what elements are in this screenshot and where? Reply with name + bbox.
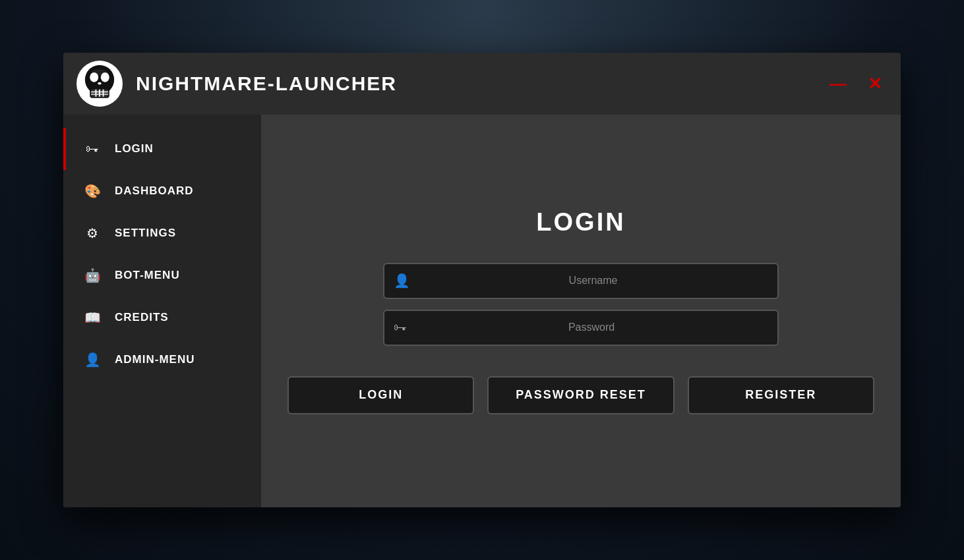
- app-title: NIGHTMARE-LAUNCHER: [136, 72, 397, 95]
- robot-icon: 🤖: [83, 266, 102, 285]
- user-icon: 👤: [83, 350, 102, 369]
- register-button[interactable]: REGISTER: [688, 376, 874, 414]
- app-logo: [76, 61, 123, 107]
- nav-label-settings: SETTINGS: [115, 227, 176, 240]
- window-controls: — ✕: [824, 72, 888, 95]
- nav-label-login: LOGIN: [115, 142, 154, 155]
- main-window: NIGHTMARE-LAUNCHER — ✕ 🗝 LOGIN 🎨 DASHBOA…: [63, 53, 901, 507]
- titlebar: NIGHTMARE-LAUNCHER — ✕: [63, 53, 901, 115]
- user-input-icon: 👤: [394, 273, 410, 289]
- sidebar-item-credits[interactable]: 📖 CREDITS: [63, 296, 261, 339]
- sidebar-item-settings[interactable]: ⚙ SETTINGS: [63, 212, 261, 254]
- username-field-group: 👤: [383, 263, 779, 299]
- content-panel: LOGIN 👤 🗝 LOGIN PASSWORD RESET REGISTER: [261, 115, 901, 507]
- main-content: 🗝 LOGIN 🎨 DASHBOARD ⚙ SETTINGS 🤖 BOT-MEN…: [63, 115, 901, 507]
- username-input[interactable]: [418, 275, 768, 287]
- password-input[interactable]: [415, 322, 768, 333]
- nav-label-dashboard: DASHBOARD: [115, 184, 194, 198]
- password-field-group: 🗝: [383, 310, 779, 346]
- svg-point-3: [98, 82, 102, 85]
- sidebar-item-dashboard[interactable]: 🎨 DASHBOARD: [63, 170, 261, 212]
- nav-label-admin-menu: ADMIN-MENU: [115, 353, 195, 366]
- svg-point-11: [91, 69, 108, 75]
- login-button[interactable]: LOGIN: [287, 376, 474, 414]
- password-reset-button[interactable]: PASSWORD RESET: [487, 376, 674, 414]
- book-icon: 📖: [83, 308, 102, 327]
- username-input-wrapper: 👤: [383, 263, 779, 299]
- key-icon: 🗝: [83, 140, 102, 158]
- skull-icon: [80, 64, 119, 103]
- key-input-icon: 🗝: [394, 320, 407, 335]
- sidebar-item-admin-menu[interactable]: 👤 ADMIN-MENU: [63, 339, 261, 381]
- sidebar: 🗝 LOGIN 🎨 DASHBOARD ⚙ SETTINGS 🤖 BOT-MEN…: [63, 115, 261, 507]
- close-button[interactable]: ✕: [862, 72, 888, 95]
- action-buttons-row: LOGIN PASSWORD RESET REGISTER: [287, 376, 874, 414]
- minimize-button[interactable]: —: [824, 72, 852, 95]
- sidebar-item-bot-menu[interactable]: 🤖 BOT-MENU: [63, 254, 261, 296]
- palette-icon: 🎨: [83, 182, 102, 200]
- nav-label-bot-menu: BOT-MENU: [115, 269, 180, 282]
- sidebar-item-login[interactable]: 🗝 LOGIN: [63, 128, 261, 170]
- nav-label-credits: CREDITS: [115, 311, 169, 324]
- gear-icon: ⚙: [83, 224, 102, 242]
- panel-title: LOGIN: [536, 208, 625, 237]
- password-input-wrapper: 🗝: [383, 310, 779, 346]
